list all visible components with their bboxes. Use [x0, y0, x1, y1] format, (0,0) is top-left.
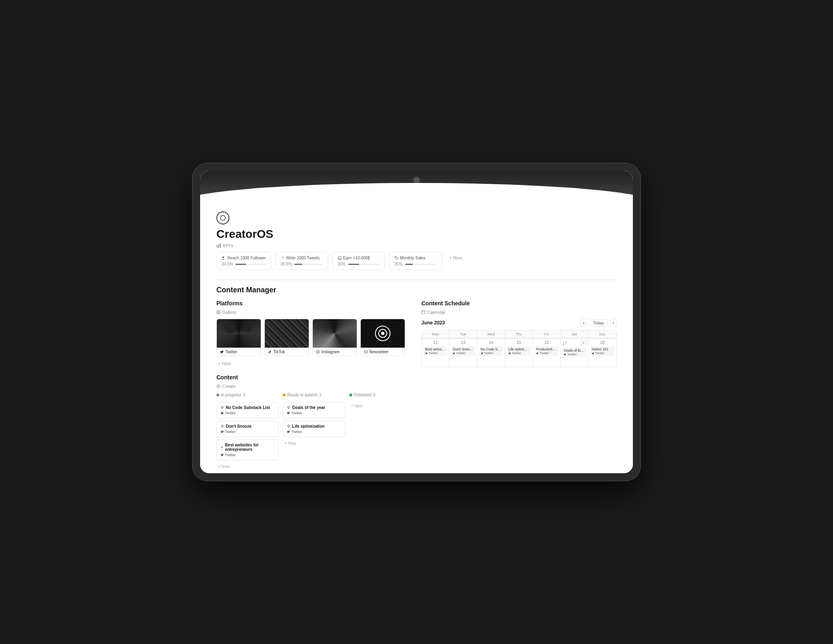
twitter-cal-icon-6 — [564, 353, 566, 356]
calendar-next-btn[interactable]: › — [610, 319, 617, 327]
kpi-card-1[interactable]: Write 2000 Tweets 26.8% — [275, 252, 328, 270]
platforms-section: Platforms Gallery — [216, 300, 412, 368]
svg-point-14 — [317, 351, 318, 352]
cal-date-17: 17 + — [562, 340, 586, 346]
calendar-view-label: Calendar — [421, 310, 617, 315]
kpi-card-3[interactable]: Monthly Sales 25% — [389, 252, 442, 270]
cal-cell-16: 16 Productivit... Twitter — [533, 338, 560, 367]
cal-event-13-0[interactable]: Don't Snoo... Twitter — [451, 346, 475, 356]
cal-event-tag-16-0: Twitter — [536, 351, 557, 355]
svg-rect-26 — [422, 311, 425, 314]
twitter-tag-icon-2 — [220, 430, 224, 433]
schedule-title: Content Schedule — [421, 300, 617, 307]
cal-event-title-14-0: No Code S... — [481, 347, 502, 351]
notion-content: CreatorOS KPI's Reach 1 — [200, 203, 633, 473]
kpi-card-0[interactable]: Reach 1000 Follower 34.5% — [216, 252, 271, 270]
kpi-add-new-btn[interactable]: + New — [446, 252, 466, 263]
cal-event-12-0[interactable]: Best websi... Twitter — [423, 346, 447, 356]
platform-label-newsletter: Newsletter — [361, 348, 405, 356]
card-title-0-1: Don't Snooze — [220, 424, 275, 429]
cal-event-title-17-0: Goals of th... — [564, 348, 584, 352]
board-card-0-1[interactable]: Don't Snooze Twitter — [216, 421, 279, 437]
tablet-frame: CreatorOS KPI's Reach 1 — [193, 163, 640, 481]
board-card-1-0[interactable]: Goals of the year Twitter — [283, 402, 345, 418]
gallery-label: Gallery — [222, 310, 236, 315]
platform-card-newsletter[interactable]: Newsletter — [360, 319, 405, 356]
platform-image-instagram — [313, 319, 357, 348]
platform-card-twitter[interactable]: Twitter — [216, 319, 261, 356]
kpi-pct-3: 25% — [395, 262, 403, 266]
kpi-title-2: Earn +10.000$ — [343, 256, 370, 260]
cal-event-18-0[interactable]: Notion 101 Twitter — [590, 346, 615, 356]
platform-card-instagram[interactable]: Instagram — [312, 319, 357, 356]
status-dot-2 — [349, 394, 352, 396]
col-add-new-0[interactable]: + New — [216, 463, 279, 470]
calendar-header: June 2023 ‹ Today › — [421, 319, 617, 327]
col-status-2: Published — [354, 393, 372, 397]
left-column: Platforms Gallery — [216, 300, 412, 470]
calendar-label: Calendar — [427, 310, 445, 315]
calendar-days-header: Mon Tue Wed Thu Fri Sat Sun — [422, 331, 616, 338]
board-column-inprogress: In progress 3 No Code Substack List — [216, 393, 279, 470]
cal-day-mon: Mon — [422, 331, 449, 338]
board-card-0-2[interactable]: Best websites for entrepreneurs Twitter — [216, 439, 279, 460]
board-card-0-0[interactable]: No Code Substack List Twitter — [216, 402, 279, 418]
kpi-fill-1 — [294, 264, 302, 265]
kpi-value-2: 35% — [338, 262, 380, 266]
platform-card-tiktok[interactable]: TikTok — [264, 319, 309, 356]
cal-cell-17: 17 + Goals of th... Twitter — [560, 338, 588, 367]
twitter-icon — [220, 350, 224, 354]
cal-event-tag-14-0: Twitter — [481, 351, 502, 355]
cal-event-17-0[interactable]: Goals of th... Twitter — [562, 348, 586, 357]
cal-date-15: 15 — [507, 340, 531, 345]
cal-day-wed: Wed — [478, 331, 505, 338]
tiktok-icon — [268, 350, 272, 354]
content-manager-grid: Platforms Gallery — [216, 300, 617, 470]
kpi-card-2[interactable]: $ Earn +10.000$ 35% — [332, 252, 385, 270]
svg-rect-19 — [364, 351, 368, 353]
cal-event-title-16-0: Productivit... — [536, 347, 557, 351]
pencil-icon — [281, 256, 285, 260]
kpi-row: Reach 1000 Follower 34.5% — [216, 252, 617, 270]
kpi-fill-2 — [348, 264, 359, 265]
cal-event-title-13-0: Don't Snoo... — [453, 347, 473, 351]
kpi-title-0: Reach 1000 Follower — [227, 256, 266, 260]
svg-rect-13 — [316, 350, 320, 354]
card-title-0-2: Best websites for entrepreneurs — [220, 443, 275, 452]
content-manager-title: Content Manager — [216, 286, 617, 294]
cal-event-16-0[interactable]: Productivit... Twitter — [534, 346, 558, 356]
kpi-title-1: Write 2000 Tweets — [286, 256, 320, 260]
cal-event-tag-13-0: Twitter — [453, 351, 473, 355]
cal-event-title-18-0: Notion 101 — [592, 347, 613, 351]
status-dot-0 — [216, 394, 219, 396]
twitter-tag-icon-4 — [287, 411, 290, 415]
col-count-2: 0 — [373, 393, 376, 397]
platform-add-new[interactable]: + New — [216, 359, 233, 368]
kpi-label: KPI's — [223, 243, 233, 248]
platform-name-instagram: Instagram — [321, 350, 339, 354]
cal-event-tag-12-0: Twitter — [425, 351, 446, 355]
kpi-pct-0: 34.5% — [222, 262, 233, 266]
platform-name-twitter: Twitter — [225, 350, 237, 354]
col-add-new-2[interactable]: + New — [349, 402, 412, 410]
card-tag-1-1: Twitter — [287, 430, 341, 434]
board-card-1-1[interactable]: Life optimization Twitter — [283, 421, 345, 437]
cal-add-btn-17[interactable]: + — [581, 340, 587, 346]
col-add-new-1[interactable]: + New — [283, 439, 345, 447]
calendar-today-btn[interactable]: Today — [589, 320, 608, 326]
calendar-month: June 2023 — [421, 320, 445, 326]
calendar-prev-btn[interactable]: ‹ — [580, 319, 587, 327]
svg-point-8 — [395, 257, 396, 258]
card-tag-0-0: Twitter — [220, 411, 275, 415]
cal-day-sun: Sun — [589, 331, 616, 338]
cal-event-15-0[interactable]: Life optimi... Twitter — [507, 346, 531, 356]
svg-point-23 — [221, 446, 223, 448]
tablet-header-bar — [200, 171, 633, 203]
cal-event-14-0[interactable]: No Code S... Twitter — [479, 346, 503, 356]
camera-dot — [413, 176, 420, 184]
svg-point-21 — [221, 406, 223, 408]
cal-event-title-12-0: Best websi... — [425, 347, 446, 351]
kpi-bar-1 — [294, 264, 323, 265]
card-tag-0-1: Twitter — [220, 430, 275, 434]
calendar-grid: Mon Tue Wed Thu Fri Sat Sun 12 — [421, 330, 617, 367]
